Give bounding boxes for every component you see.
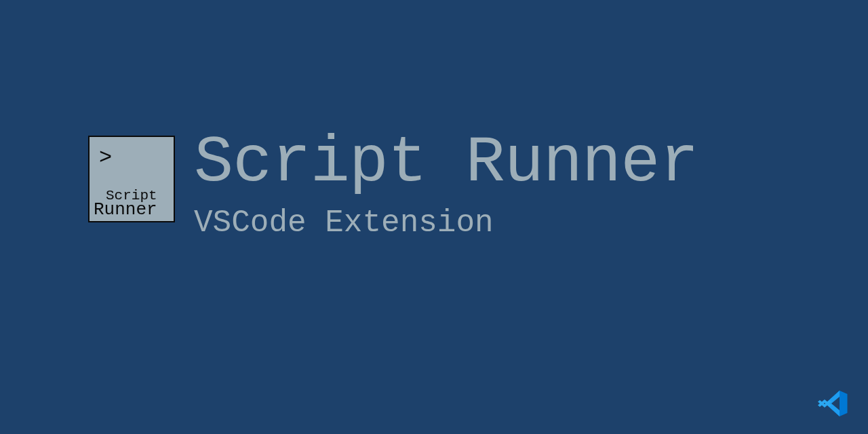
vscode-icon — [815, 387, 849, 420]
extension-title: Script Runner — [194, 130, 698, 196]
banner-content: > Script Runner Script Runner VSCode Ext… — [88, 136, 698, 241]
terminal-prompt-icon: > — [99, 145, 112, 170]
text-block: Script Runner VSCode Extension — [194, 136, 698, 241]
logo-text-runner: Runner — [94, 202, 174, 217]
script-runner-logo: > Script Runner — [88, 136, 175, 222]
logo-text: Script Runner — [90, 190, 174, 217]
extension-subtitle: VSCode Extension — [194, 205, 698, 241]
